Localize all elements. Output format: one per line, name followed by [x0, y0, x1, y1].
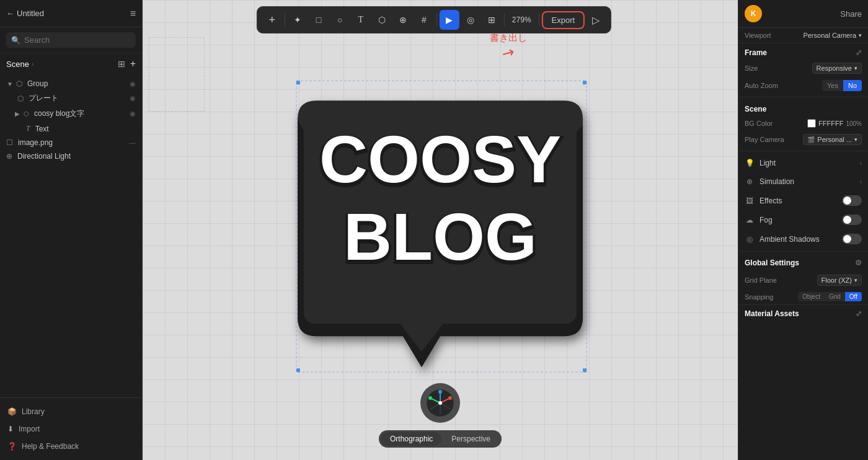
autozoom-no[interactable]: No [843, 80, 862, 91]
material-assets-header[interactable]: Material Assets ⤢ [738, 304, 868, 322]
svg-point-15 [438, 390, 442, 394]
image-label: image.png [18, 138, 53, 147]
simulation-section-item[interactable]: ⊕ Simulation › [738, 172, 868, 191]
svg-point-19 [438, 401, 442, 405]
ambient-shadows-toggle[interactable] [842, 234, 862, 244]
perspective-button[interactable]: Perspective [443, 432, 499, 446]
orthographic-button[interactable]: Orthographic [381, 432, 441, 446]
viewport-row: Viewport Personal Camera ▾ [738, 28, 868, 43]
ambient-shadows-item: ◎ Ambient Shadows [738, 229, 868, 249]
hamburger-icon[interactable]: ≡ [130, 8, 136, 19]
material-assets-icon: ⤢ [856, 309, 862, 318]
autozoom-row: Auto Zoom Yes No [738, 77, 868, 94]
fog-icon: ☁ [745, 215, 755, 225]
divider-1 [738, 97, 868, 97]
effects-toggle[interactable] [842, 195, 862, 206]
text-label: Text [35, 125, 49, 133]
grid-plane-select[interactable]: Floor (XZ) ▾ [817, 275, 862, 286]
toolbar-divider-1 [285, 14, 285, 26]
tree-item-light[interactable]: ⊕ Directional Light [0, 149, 142, 163]
fog-section-item: ☁ Fog [738, 210, 868, 229]
main-toolbar: + ✦ □ ○ T ⬡ ⊕ # ▶ ◎ ⊞ 279% Export ▷ [257, 6, 611, 33]
cursor-tool-button[interactable]: ▶ [440, 10, 459, 30]
back-button[interactable]: ← Untitled [6, 9, 44, 18]
bubble-tool-button[interactable]: ◎ [461, 10, 480, 30]
tree-item-coosy[interactable]: ▶ ⬡ coosy blog文字 ◉ [0, 106, 142, 122]
shape-tool-button[interactable]: ⬡ [372, 10, 392, 30]
rect-tool-button[interactable]: □ [309, 10, 329, 30]
grid-plane-chevron-icon: ▾ [854, 277, 857, 283]
global-settings-label: Global Settings [745, 259, 799, 267]
gizmo[interactable] [420, 383, 460, 423]
bg-color-swatch[interactable] [807, 119, 816, 128]
frame-expand-icon[interactable]: ⤢ [856, 48, 862, 57]
import-label: Import [19, 425, 40, 433]
user-avatar[interactable]: K [745, 5, 762, 22]
play-button[interactable]: ▷ [586, 10, 606, 30]
gizmo-circle [420, 383, 460, 423]
move-tool-button[interactable]: ✦ [288, 10, 308, 30]
tree-item-group[interactable]: ▼ ⬡ Group ◉ [0, 77, 142, 91]
import-item[interactable]: ⬇ Import [0, 420, 142, 438]
light-section-item[interactable]: 💡 Light › [738, 154, 868, 172]
tree-item-image[interactable]: ☐ image.png — [0, 136, 142, 149]
play-camera-chevron-icon: ▾ [854, 136, 857, 143]
grid-plane-value: Floor (XZ) [822, 276, 852, 284]
add-tool-button[interactable]: + [262, 10, 282, 30]
scene-header: Scene › ⊞ + [0, 53, 142, 74]
search-section: 🔍 [0, 27, 142, 53]
circle-tool-button[interactable]: ○ [330, 10, 350, 30]
effects-section-item: 🖼 Effects [738, 191, 868, 210]
size-select[interactable]: Responsive ▾ [812, 63, 862, 74]
fog-section-left: ☁ Fog [745, 215, 773, 225]
search-icon: 🔍 [11, 36, 20, 45]
ambient-shadows-icon: ◎ [745, 234, 755, 244]
play-camera-select[interactable]: 🎬 Personal ... ▾ [803, 134, 862, 145]
simulation-section-left: ⊕ Simulation [745, 177, 794, 187]
back-arrow-icon: ← [6, 9, 14, 18]
ambient-shadows-left: ◎ Ambient Shadows [745, 234, 820, 244]
snap-object-button[interactable]: Object [798, 292, 825, 301]
zoom-level: 279% [507, 15, 536, 24]
snap-off-button[interactable]: Off [845, 292, 862, 301]
eye-icon-plate[interactable]: ◉ [130, 94, 136, 102]
viewport-value: Personal Camera [803, 32, 856, 39]
tree-item-plate[interactable]: ⬡ プレート ◉ [0, 91, 142, 106]
add-scene-icon[interactable]: + [130, 58, 136, 69]
share-button[interactable]: Share [840, 9, 862, 19]
tree-items: ▼ ⬡ Group ◉ ⬡ プレート ◉ ▶ ⬡ coosy blog文字 ◉ … [0, 74, 142, 397]
viewport-select[interactable]: Personal Camera ▾ [803, 32, 862, 39]
scene-actions: ⊞ + [118, 58, 136, 69]
image-icon: ☐ [6, 138, 13, 147]
library-item[interactable]: 📦 Library [0, 403, 142, 420]
effects-section-left: 🖼 Effects [745, 196, 782, 206]
canvas-area[interactable]: COOSY COOSY BLOG BLOG 書き出し ↗ [143, 0, 738, 460]
eye-icon-group[interactable]: ◉ [130, 80, 136, 88]
help-item[interactable]: ❓ Help & Feedback [0, 438, 142, 455]
text-icon: T [26, 124, 30, 133]
fog-toggle[interactable] [842, 215, 862, 225]
app-title: Untitled [17, 9, 44, 18]
ambient-shadows-label: Ambient Shadows [760, 235, 820, 244]
toolbar-divider-4 [539, 14, 539, 26]
snap-grid-button[interactable]: Grid [825, 292, 845, 301]
grid-icon[interactable]: ⊞ [118, 59, 125, 69]
text-tool-button[interactable]: T [351, 10, 371, 30]
simulation-icon: ⊕ [745, 177, 755, 187]
search-input[interactable] [24, 35, 131, 45]
sidebar-footer: 📦 Library ⬇ Import ❓ Help & Feedback [0, 397, 142, 460]
path-tool-button[interactable]: ⊕ [393, 10, 413, 30]
eye-icon-coosy[interactable]: ◉ [130, 110, 136, 118]
group-icon: ⬡ [16, 79, 22, 88]
frame-tool-button[interactable]: ⊞ [482, 10, 502, 30]
snapping-label: Snapping [745, 293, 774, 301]
tree-item-text[interactable]: T Text [0, 122, 142, 136]
divider-2 [738, 151, 868, 151]
tag-tool-button[interactable]: # [414, 10, 434, 30]
svg-rect-5 [296, 81, 300, 84]
export-button[interactable]: Export [542, 11, 585, 29]
settings-icon[interactable]: ⚙ [855, 259, 862, 267]
autozoom-yes[interactable]: Yes [822, 80, 843, 91]
light-bulb-icon: 💡 [745, 158, 755, 168]
svg-rect-7 [296, 368, 300, 372]
